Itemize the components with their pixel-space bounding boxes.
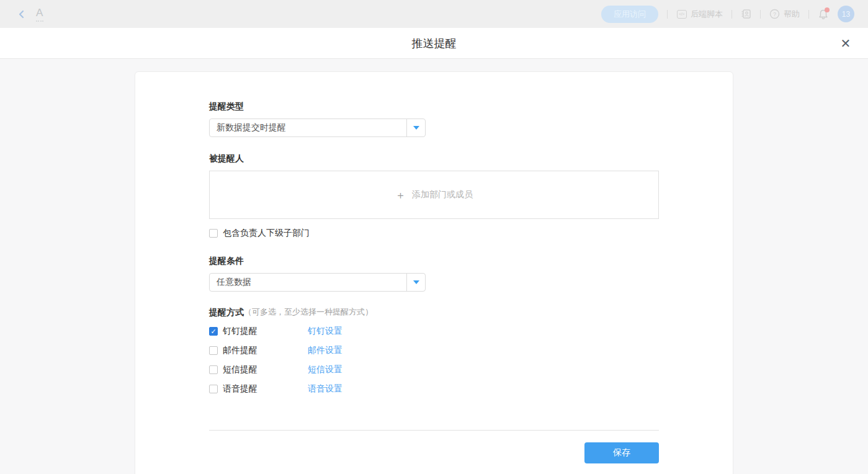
add-recipients-box[interactable]: ＋ 添加部门或成员 [209,171,659,219]
dropdown-arrow-cell[interactable] [406,274,425,291]
topbar-actions: 应用访问 </> 后端脚本 [601,6,868,23]
include-sub-departments-row[interactable]: 包含负责人下级子部门 [209,228,659,239]
topbar: A 应用访问 </> 后端脚本 [0,0,868,28]
condition-label: 提醒条件 [209,254,659,267]
include-sub-label: 包含负责人下级子部门 [223,228,310,239]
sms-checkbox[interactable] [209,365,218,374]
app-name: A [36,7,43,22]
backend-script-label: 后端脚本 [691,9,723,20]
method-row-sms: 短信提醒 短信设置 [209,365,659,375]
save-button[interactable]: 保存 [584,442,659,463]
methods-label: 提醒方式 [209,306,244,318]
contacts-icon [741,9,751,19]
dingtalk-settings-link[interactable]: 钉钉设置 [308,326,342,337]
voice-checkbox[interactable] [209,385,218,393]
close-icon[interactable]: ✕ [838,36,853,51]
back-icon[interactable] [17,10,26,19]
footer-actions: 保存 [209,442,659,463]
reminder-type-label: 提醒类型 [209,100,659,112]
notifications-bell-icon[interactable] [818,9,829,20]
email-settings-link[interactable]: 邮件设置 [308,345,342,356]
dingtalk-checkbox[interactable]: ✓ [209,327,218,336]
avatar[interactable]: 13 [838,6,854,22]
chevron-down-icon [413,280,419,284]
reminder-type-value: 新数据提交时提醒 [210,119,406,136]
divider [808,10,809,19]
page-title: 推送提醒 [412,36,457,51]
voice-checkbox-group[interactable]: 语音提醒 [209,383,308,395]
svg-text:?: ? [773,11,776,17]
divider [760,10,761,19]
email-checkbox-group[interactable]: 邮件提醒 [209,345,308,356]
method-row-dingtalk: ✓ 钉钉提醒 钉钉设置 [209,326,659,336]
methods-header: 提醒方式 （可多选，至少选择一种提醒方式） [209,306,659,318]
sms-label: 短信提醒 [223,364,257,375]
divider [732,10,732,19]
methods-list: ✓ 钉钉提醒 钉钉设置 邮件提醒 邮件设置 短信提醒 短信设置 [209,326,659,394]
help-button[interactable]: ? 帮助 [769,9,800,20]
voice-settings-link[interactable]: 语音设置 [308,383,342,395]
condition-select[interactable]: 任意数据 [209,273,426,292]
method-row-voice: 语音提醒 语音设置 [209,384,659,394]
dingtalk-checkbox-group[interactable]: ✓ 钉钉提醒 [209,326,308,337]
push-reminder-form: 提醒类型 新数据提交时提醒 被提醒人 ＋ 添加部门或成员 包含负责人下级子部门 … [209,72,659,463]
recipients-label: 被提醒人 [209,152,659,164]
topbar-left: A [0,7,43,22]
code-icon: </> [676,9,687,19]
help-label: 帮助 [784,9,800,20]
divider [667,10,668,19]
include-sub-checkbox[interactable] [209,229,218,238]
sms-checkbox-group[interactable]: 短信提醒 [209,364,308,375]
add-recipients-placeholder: 添加部门或成员 [412,189,473,200]
question-icon: ? [769,9,780,19]
email-label: 邮件提醒 [223,345,257,356]
backend-script-button[interactable]: </> 后端脚本 [676,9,723,20]
methods-hint: （可多选，至少选择一种提醒方式） [244,306,373,318]
voice-label: 语音提醒 [223,383,257,395]
sms-settings-link[interactable]: 短信设置 [308,364,342,375]
reminder-type-select[interactable]: 新数据提交时提醒 [209,118,426,137]
dingtalk-label: 钉钉提醒 [223,326,257,337]
modal-header: 推送提醒 ✕ [0,28,868,59]
footer-divider [209,430,659,431]
condition-value: 任意数据 [210,274,406,291]
plus-icon: ＋ [395,190,406,200]
settings-card: 提醒类型 新数据提交时提醒 被提醒人 ＋ 添加部门或成员 包含负责人下级子部门 … [135,71,733,474]
contacts-button[interactable] [741,9,751,19]
app-access-button[interactable]: 应用访问 [601,6,658,23]
method-row-email: 邮件提醒 邮件设置 [209,346,659,356]
dropdown-arrow-cell[interactable] [406,119,425,136]
email-checkbox[interactable] [209,346,218,355]
chevron-down-icon [413,126,419,130]
notification-dot [825,7,830,12]
